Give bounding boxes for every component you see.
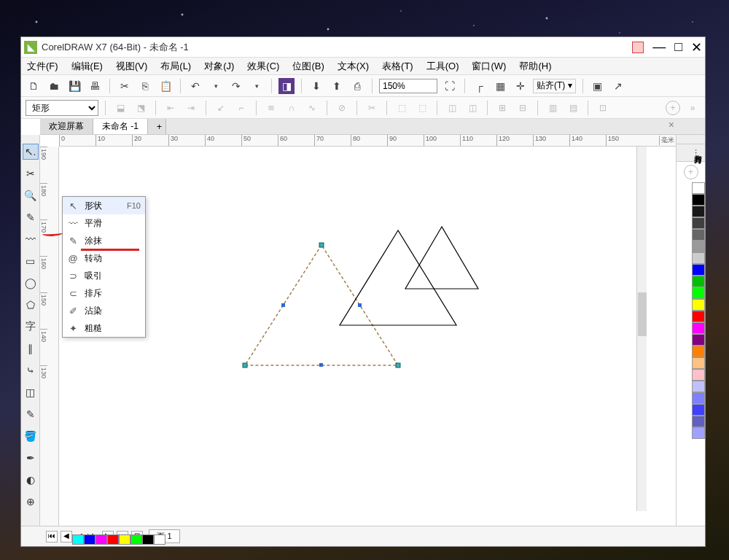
- minimize-button[interactable]: —: [652, 39, 666, 55]
- zoom-tool[interactable]: 🔍: [23, 187, 39, 203]
- menu-help[interactable]: 帮助(H): [519, 60, 551, 73]
- connector-tool[interactable]: ⤷: [23, 362, 39, 378]
- pb-icon[interactable]: ⊘: [334, 100, 350, 116]
- tab-document[interactable]: 未命名 -1: [93, 119, 148, 134]
- color-swatch[interactable]: [692, 427, 705, 439]
- tab-close-icon[interactable]: ×: [668, 119, 674, 131]
- status-color-swatch[interactable]: [130, 534, 142, 545]
- pb-icon[interactable]: ⬚: [414, 100, 430, 116]
- color-swatch[interactable]: [692, 392, 705, 404]
- menu-view[interactable]: 视图(V): [116, 60, 147, 73]
- more-tools[interactable]: ⊕: [23, 494, 39, 510]
- pb-icon[interactable]: ⬚: [394, 100, 410, 116]
- color-swatch[interactable]: [692, 241, 705, 252]
- parallel-tool[interactable]: ∥: [23, 341, 39, 357]
- more-icon[interactable]: »: [685, 100, 701, 116]
- color-swatch[interactable]: [692, 276, 705, 287]
- copy-icon[interactable]: ⎘: [137, 78, 153, 94]
- color-swatch[interactable]: [692, 346, 705, 357]
- color-swatch[interactable]: [692, 369, 705, 381]
- flyout-item-5[interactable]: ⊂排斥: [63, 284, 145, 302]
- eyedropper-tool[interactable]: ✎: [23, 406, 39, 422]
- fullscreen-icon[interactable]: ⛶: [442, 78, 458, 94]
- pb-icon[interactable]: ⇤: [163, 100, 179, 116]
- color-swatch[interactable]: [692, 416, 705, 427]
- color-swatch[interactable]: [692, 334, 705, 346]
- pb-icon[interactable]: ▤: [565, 100, 581, 116]
- color-swatch[interactable]: [692, 217, 705, 229]
- color-swatch[interactable]: [692, 322, 705, 334]
- pb-icon[interactable]: ≋: [263, 100, 279, 116]
- polygon-tool[interactable]: ⬠: [23, 297, 39, 313]
- transparency-tool[interactable]: ◐: [23, 472, 39, 488]
- shape-select[interactable]: 矩形: [26, 100, 98, 116]
- pb-icon[interactable]: ◫: [444, 100, 460, 116]
- maximize-button[interactable]: □: [674, 39, 682, 55]
- page-first[interactable]: ⏮: [46, 531, 58, 542]
- color-swatch[interactable]: [692, 299, 705, 311]
- pb-icon[interactable]: ⊟: [515, 100, 531, 116]
- new-icon[interactable]: 🗋: [26, 78, 42, 94]
- hints-tab[interactable]: 提示: [677, 135, 705, 144]
- menu-object[interactable]: 对象(J): [204, 60, 234, 73]
- flyout-item-6[interactable]: ✐沾染: [63, 302, 145, 319]
- tab-add[interactable]: +: [148, 119, 166, 134]
- rectangle-tool[interactable]: ▭: [23, 253, 39, 269]
- add-prop-icon[interactable]: +: [666, 101, 680, 115]
- menu-effect[interactable]: 效果(C): [247, 60, 279, 73]
- freehand-tool[interactable]: ✎: [23, 209, 39, 225]
- color-swatch[interactable]: [692, 194, 705, 206]
- color-swatch[interactable]: [692, 229, 705, 241]
- menu-text[interactable]: 文本(X): [338, 60, 369, 73]
- pb-icon[interactable]: ▥: [545, 100, 561, 116]
- user-icon[interactable]: [632, 42, 644, 53]
- launch-icon[interactable]: ↗: [610, 78, 626, 94]
- canvas[interactable]: [59, 147, 676, 526]
- color-swatch[interactable]: [692, 206, 705, 217]
- status-color-swatch[interactable]: [154, 534, 165, 545]
- page-prev[interactable]: ◀: [61, 531, 72, 542]
- pb-icon[interactable]: ⊞: [494, 100, 510, 116]
- menu-table[interactable]: 表格(T): [382, 60, 413, 73]
- status-color-swatch[interactable]: [84, 534, 95, 545]
- pb-icon[interactable]: ⬔: [133, 100, 149, 116]
- redo-icon[interactable]: ↷: [228, 78, 244, 94]
- open-icon[interactable]: 🖿: [46, 78, 62, 94]
- grid-icon[interactable]: ▦: [492, 78, 508, 94]
- pick-tool[interactable]: ↖: [23, 135, 39, 138]
- color-swatch[interactable]: [692, 381, 705, 392]
- pb-icon[interactable]: ↙: [213, 100, 229, 116]
- status-color-swatch[interactable]: [107, 534, 119, 545]
- cut-icon[interactable]: ✂: [117, 78, 133, 94]
- pb-icon[interactable]: ⌐: [233, 100, 249, 116]
- shape-tool[interactable]: ↖.: [23, 144, 39, 160]
- pb-icon[interactable]: ⬓: [112, 100, 128, 116]
- flyout-item-4[interactable]: ⊃吸引: [63, 267, 145, 284]
- pb-icon[interactable]: ⊡: [595, 100, 611, 116]
- fill-tool[interactable]: 🪣: [23, 428, 39, 444]
- flyout-item-7[interactable]: ✦粗糙: [63, 319, 145, 337]
- options-icon[interactable]: ▣: [590, 78, 606, 94]
- scrollbar-vertical[interactable]: [636, 147, 647, 511]
- outline-tool[interactable]: ✒: [23, 450, 39, 466]
- status-color-swatch[interactable]: [72, 534, 84, 545]
- close-button[interactable]: ✕: [691, 39, 702, 55]
- paste-icon[interactable]: 📋: [157, 78, 174, 94]
- color-swatch[interactable]: [692, 311, 705, 322]
- import-icon[interactable]: ⬇: [308, 78, 324, 94]
- triangle-3[interactable]: [402, 223, 482, 292]
- color-swatch[interactable]: [692, 264, 705, 276]
- ellipse-tool[interactable]: ◯: [23, 275, 39, 291]
- tab-welcome[interactable]: 欢迎屏幕: [40, 119, 93, 134]
- artistic-tool[interactable]: 〰: [23, 231, 39, 247]
- undo-icon[interactable]: ↶: [187, 78, 203, 94]
- add-docker-icon[interactable]: +: [684, 165, 698, 179]
- color-swatch[interactable]: [692, 357, 705, 369]
- rulers-icon[interactable]: ┌: [472, 78, 488, 94]
- interactive-tool[interactable]: ◫: [23, 384, 39, 400]
- flyout-item-1[interactable]: 〰平滑: [63, 214, 145, 232]
- snap-dropdown[interactable]: 贴齐(T) ▾: [533, 79, 576, 93]
- save-icon[interactable]: 💾: [66, 78, 82, 94]
- crop-tool[interactable]: ✂: [23, 166, 39, 182]
- pb-icon[interactable]: ✂: [364, 100, 380, 116]
